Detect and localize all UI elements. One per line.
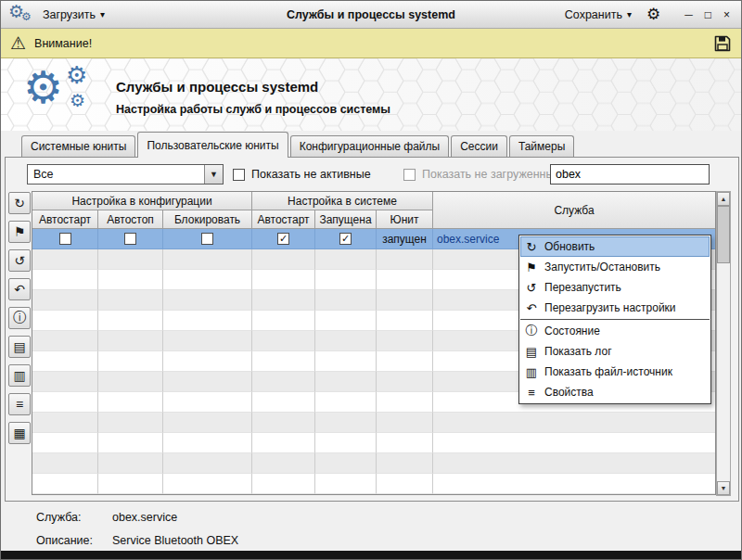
- table-row-empty: [32, 413, 715, 433]
- start-stop-icon: ⚑: [14, 224, 26, 239]
- column-header-unit: Юнит: [377, 210, 433, 229]
- reload-config-button[interactable]: ↶: [8, 278, 31, 300]
- menu-item-refresh[interactable]: ↻ Обновить: [520, 236, 710, 257]
- window-bottom-edge: [1, 551, 741, 559]
- tab-sessions[interactable]: Сессии: [451, 135, 507, 157]
- start-stop-icon: ⚑: [524, 261, 539, 274]
- show-unloaded-checkbox: [403, 169, 416, 181]
- load-menu-button[interactable]: Загрузить ▾: [43, 8, 105, 21]
- show-unloaded-filter: Показать не загруженные: [403, 164, 560, 185]
- sys-autostart-checkbox[interactable]: [277, 233, 289, 245]
- show-source-icon: ▥: [524, 365, 539, 379]
- refresh-button[interactable]: ↻: [8, 192, 31, 214]
- tab-user-units[interactable]: Пользовательские юниты: [137, 132, 288, 158]
- close-button[interactable]: ×: [723, 8, 730, 21]
- description-label: Описание:: [36, 534, 112, 547]
- floppy-save-icon: [713, 34, 732, 53]
- page-title: Службы и процессы systemd: [116, 79, 318, 95]
- unit-filter-select[interactable]: Все ▼: [27, 164, 224, 185]
- show-inactive-filter[interactable]: Показать не активные: [233, 164, 371, 185]
- warning-label: Внимание!: [34, 37, 92, 50]
- warning-bar: ⚠ Внимание!: [1, 29, 741, 58]
- tab-config-files[interactable]: Конфигурационные файлы: [290, 135, 449, 157]
- app-logo-gears: ⚙ ⚙ ⚙: [23, 64, 112, 127]
- status-icon: ⓘ: [524, 323, 539, 339]
- reload-config-icon: ↶: [524, 301, 539, 315]
- menu-item-show-source[interactable]: ▥ Показать файл-источник: [520, 362, 710, 382]
- page-subtitle: Настройка работы служб и процессов систе…: [116, 103, 390, 116]
- status-button[interactable]: ⓘ: [8, 307, 31, 329]
- window-controls: ─ □ ×: [684, 8, 730, 21]
- show-log-button[interactable]: ▤: [8, 336, 31, 358]
- load-menu-label: Загрузить: [43, 8, 96, 21]
- unit-state-cell: запущен: [377, 229, 433, 249]
- properties-icon: ≡: [16, 397, 23, 412]
- cfg-block-checkbox[interactable]: [201, 233, 213, 245]
- cfg-autostop-checkbox[interactable]: [124, 233, 136, 245]
- menu-item-properties[interactable]: ≡ Свойства: [520, 382, 710, 402]
- restart-button[interactable]: ↺: [8, 249, 31, 272]
- unit-filter-value: Все: [28, 168, 204, 181]
- restart-icon: ↺: [524, 281, 539, 295]
- show-source-button[interactable]: ▥: [8, 364, 31, 387]
- dropdown-arrow-icon[interactable]: ▼: [204, 165, 223, 184]
- unit-list-icon: ▦: [13, 426, 25, 440]
- app-header: ⚙ ⚙ ⚙ Службы и процессы systemd Настройк…: [1, 58, 741, 131]
- show-log-icon: ▤: [13, 339, 25, 354]
- show-log-icon: ▤: [524, 345, 539, 359]
- status-icon: ⓘ: [13, 310, 26, 326]
- menu-separator: [520, 319, 710, 320]
- service-value: obex.service: [112, 511, 177, 524]
- column-header-sys-autostart: Автостарт: [252, 210, 315, 229]
- menu-item-show-log[interactable]: ▤ Показать лог: [520, 341, 710, 362]
- menu-item-reload-config[interactable]: ↶ Перезагрузить настройки: [520, 298, 710, 318]
- chevron-down-icon: ▾: [627, 9, 632, 19]
- show-inactive-checkbox[interactable]: [233, 169, 245, 181]
- vertical-scrollbar[interactable]: ▲ ▼: [716, 191, 731, 496]
- minimize-button[interactable]: ─: [684, 8, 693, 21]
- column-header-cfg-block: Блокировать: [163, 210, 252, 229]
- tab-timers[interactable]: Таймеры: [509, 135, 574, 157]
- context-menu: ↻ Обновить ⚑ Запустить/Остановить ↺ Пере…: [518, 235, 711, 404]
- tab-system-units[interactable]: Системные юниты: [21, 135, 135, 157]
- action-toolbar: ↻ ⚑ ↺ ↶ ⓘ ▤ ▥ ≡ ▦: [8, 192, 31, 444]
- unit-list-button[interactable]: ▦: [8, 422, 31, 444]
- scroll-down-button[interactable]: ▼: [717, 481, 730, 495]
- properties-icon: ≡: [524, 386, 539, 400]
- save-file-button[interactable]: [713, 34, 732, 53]
- maximize-button[interactable]: □: [705, 8, 711, 21]
- app-gears-icon: ⚙ ⚙: [8, 4, 33, 26]
- search-input[interactable]: [550, 164, 710, 185]
- service-name-link[interactable]: obex.service: [437, 233, 499, 246]
- restart-icon: ↺: [14, 253, 25, 268]
- column-header-sys-running: Запущена: [315, 210, 377, 229]
- app-window: Службы и процессы systemd ⚙ ⚙ Загрузить …: [0, 0, 742, 560]
- menu-item-start-stop[interactable]: ⚑ Запустить/Остановить: [520, 257, 710, 277]
- menu-item-restart[interactable]: ↺ Перезапустить: [520, 277, 710, 298]
- tab-bar: Системные юниты Пользовательские юниты К…: [1, 131, 741, 157]
- column-header-cfg-autostart: Автостарт: [32, 210, 98, 229]
- description-value: Service Bluetooth OBEX: [112, 534, 238, 547]
- cfg-autostart-checkbox[interactable]: [59, 233, 71, 245]
- scrollbar-thumb[interactable]: [717, 206, 730, 263]
- chevron-down-icon: ▾: [100, 9, 105, 19]
- reload-config-icon: ↶: [14, 282, 25, 297]
- refresh-icon: ↻: [14, 196, 25, 210]
- start-stop-button[interactable]: ⚑: [8, 221, 31, 243]
- show-source-icon: ▥: [13, 368, 25, 383]
- titlebar: Службы и процессы systemd ⚙ ⚙ Загрузить …: [1, 1, 741, 29]
- show-inactive-label: Показать не активные: [251, 168, 371, 181]
- refresh-icon: ↻: [524, 240, 539, 254]
- settings-gear-button[interactable]: ⚙: [646, 6, 660, 22]
- table-row-empty: [32, 474, 715, 494]
- sys-running-checkbox[interactable]: [339, 233, 352, 245]
- scroll-up-button[interactable]: ▲: [717, 192, 730, 206]
- save-menu-button[interactable]: Сохранить ▾: [565, 8, 632, 21]
- column-header-service: Служба: [433, 192, 715, 229]
- group-header-config: Настройка в конфигурации: [32, 192, 252, 210]
- service-label: Служба:: [36, 511, 112, 524]
- show-unloaded-label: Показать не загруженные: [422, 168, 560, 181]
- menu-item-status[interactable]: ⓘ Состояние: [520, 321, 710, 341]
- warning-icon: ⚠: [10, 34, 26, 52]
- properties-button[interactable]: ≡: [8, 393, 31, 415]
